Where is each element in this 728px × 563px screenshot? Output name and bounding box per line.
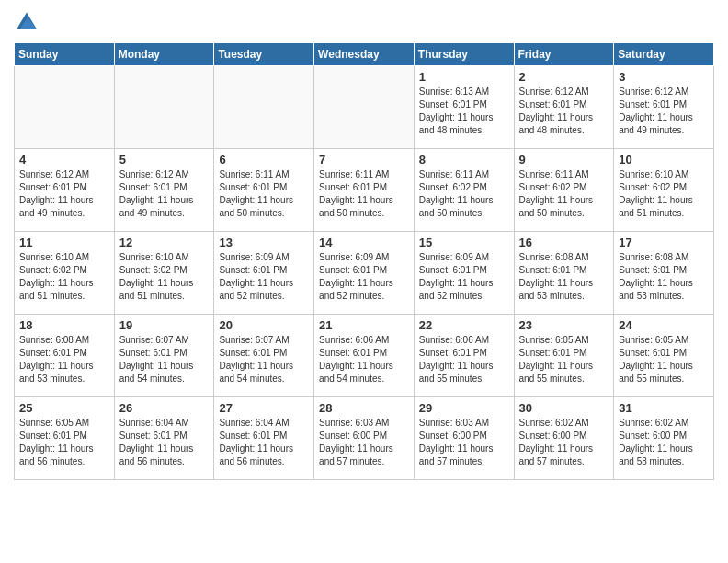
week-row-4: 18Sunrise: 6:08 AMSunset: 6:01 PMDayligh…	[15, 315, 714, 397]
day-info: Sunrise: 6:10 AMSunset: 6:02 PMDaylight:…	[619, 168, 709, 220]
calendar-table: SundayMondayTuesdayWednesdayThursdayFrid…	[14, 42, 714, 480]
calendar-cell: 23Sunrise: 6:05 AMSunset: 6:01 PMDayligh…	[514, 315, 614, 397]
day-number: 16	[519, 236, 609, 249]
day-info: Sunrise: 6:04 AMSunset: 6:01 PMDaylight:…	[119, 417, 210, 468]
day-number: 30	[519, 401, 609, 415]
calendar-cell: 21Sunrise: 6:06 AMSunset: 6:01 PMDayligh…	[314, 315, 415, 397]
day-number: 7	[319, 153, 409, 167]
day-info: Sunrise: 6:06 AMSunset: 6:01 PMDaylight:…	[319, 334, 409, 385]
logo	[14, 9, 40, 35]
calendar-cell: 10Sunrise: 6:10 AMSunset: 6:02 PMDayligh…	[614, 149, 714, 232]
day-info: Sunrise: 6:11 AMSunset: 6:01 PMDaylight:…	[319, 168, 409, 220]
calendar-cell: 5Sunrise: 6:12 AMSunset: 6:01 PMDaylight…	[114, 149, 214, 232]
day-number: 28	[319, 401, 409, 415]
calendar-cell: 28Sunrise: 6:03 AMSunset: 6:00 PMDayligh…	[314, 397, 415, 480]
calendar-cell: 22Sunrise: 6:06 AMSunset: 6:01 PMDayligh…	[414, 315, 514, 397]
calendar-cell	[314, 66, 415, 149]
day-number: 17	[619, 236, 709, 249]
day-number: 4	[19, 153, 109, 167]
calendar-cell: 15Sunrise: 6:09 AMSunset: 6:01 PMDayligh…	[414, 232, 514, 315]
day-info: Sunrise: 6:05 AMSunset: 6:01 PMDaylight:…	[19, 417, 109, 468]
calendar-cell: 30Sunrise: 6:02 AMSunset: 6:00 PMDayligh…	[514, 397, 614, 480]
day-info: Sunrise: 6:10 AMSunset: 6:02 PMDaylight:…	[19, 251, 109, 303]
calendar-cell: 13Sunrise: 6:09 AMSunset: 6:01 PMDayligh…	[214, 232, 314, 315]
calendar-cell: 29Sunrise: 6:03 AMSunset: 6:00 PMDayligh…	[414, 397, 514, 480]
calendar-header: SundayMondayTuesdayWednesdayThursdayFrid…	[15, 43, 714, 66]
day-info: Sunrise: 6:03 AMSunset: 6:00 PMDaylight:…	[319, 417, 409, 468]
calendar-cell: 11Sunrise: 6:10 AMSunset: 6:02 PMDayligh…	[15, 232, 115, 315]
day-info: Sunrise: 6:12 AMSunset: 6:01 PMDaylight:…	[619, 86, 709, 137]
day-number: 12	[119, 236, 210, 249]
day-number: 11	[19, 236, 109, 249]
day-header-saturday: Saturday	[614, 43, 714, 66]
calendar-cell: 19Sunrise: 6:07 AMSunset: 6:01 PMDayligh…	[114, 315, 214, 397]
calendar-cell: 18Sunrise: 6:08 AMSunset: 6:01 PMDayligh…	[15, 315, 115, 397]
day-info: Sunrise: 6:13 AMSunset: 6:01 PMDaylight:…	[419, 86, 509, 137]
day-headers-row: SundayMondayTuesdayWednesdayThursdayFrid…	[15, 43, 714, 66]
day-number: 27	[219, 401, 309, 415]
day-number: 14	[319, 236, 409, 249]
day-number: 23	[519, 318, 609, 332]
day-info: Sunrise: 6:04 AMSunset: 6:01 PMDaylight:…	[219, 417, 309, 468]
calendar-cell: 20Sunrise: 6:07 AMSunset: 6:01 PMDayligh…	[214, 315, 314, 397]
calendar-cell: 9Sunrise: 6:11 AMSunset: 6:02 PMDaylight…	[514, 149, 614, 232]
day-number: 1	[419, 70, 509, 84]
calendar-cell	[15, 66, 115, 149]
day-number: 6	[219, 153, 309, 167]
day-info: Sunrise: 6:09 AMSunset: 6:01 PMDaylight:…	[319, 251, 409, 303]
calendar-cell	[114, 66, 214, 149]
calendar-cell: 17Sunrise: 6:08 AMSunset: 6:01 PMDayligh…	[614, 232, 714, 315]
calendar-cell: 25Sunrise: 6:05 AMSunset: 6:01 PMDayligh…	[15, 397, 115, 480]
week-row-5: 25Sunrise: 6:05 AMSunset: 6:01 PMDayligh…	[15, 397, 714, 480]
day-info: Sunrise: 6:10 AMSunset: 6:02 PMDaylight:…	[119, 251, 210, 303]
day-info: Sunrise: 6:02 AMSunset: 6:00 PMDaylight:…	[519, 417, 609, 468]
day-header-friday: Friday	[514, 43, 614, 66]
day-number: 15	[419, 236, 509, 249]
day-number: 10	[619, 153, 709, 167]
day-number: 18	[19, 318, 109, 332]
day-number: 9	[519, 153, 609, 167]
day-number: 21	[319, 318, 409, 332]
day-header-sunday: Sunday	[15, 43, 115, 66]
day-info: Sunrise: 6:07 AMSunset: 6:01 PMDaylight:…	[119, 334, 210, 385]
calendar-body: 1Sunrise: 6:13 AMSunset: 6:01 PMDaylight…	[15, 66, 714, 480]
week-row-3: 11Sunrise: 6:10 AMSunset: 6:02 PMDayligh…	[15, 232, 714, 315]
calendar-cell: 31Sunrise: 6:02 AMSunset: 6:00 PMDayligh…	[614, 397, 714, 480]
page-header	[14, 9, 714, 35]
day-info: Sunrise: 6:08 AMSunset: 6:01 PMDaylight:…	[519, 251, 609, 303]
day-info: Sunrise: 6:03 AMSunset: 6:00 PMDaylight:…	[419, 417, 509, 468]
calendar-cell: 16Sunrise: 6:08 AMSunset: 6:01 PMDayligh…	[514, 232, 614, 315]
day-number: 29	[419, 401, 509, 415]
calendar-cell	[214, 66, 314, 149]
calendar-cell: 1Sunrise: 6:13 AMSunset: 6:01 PMDaylight…	[414, 66, 514, 149]
day-number: 8	[419, 153, 509, 167]
day-number: 5	[119, 153, 210, 167]
week-row-1: 1Sunrise: 6:13 AMSunset: 6:01 PMDaylight…	[15, 66, 714, 149]
day-number: 2	[519, 70, 609, 84]
day-number: 25	[19, 401, 109, 415]
day-number: 20	[219, 318, 309, 332]
calendar-cell: 24Sunrise: 6:05 AMSunset: 6:01 PMDayligh…	[614, 315, 714, 397]
calendar-cell: 2Sunrise: 6:12 AMSunset: 6:01 PMDaylight…	[514, 66, 614, 149]
calendar-cell: 12Sunrise: 6:10 AMSunset: 6:02 PMDayligh…	[114, 232, 214, 315]
day-info: Sunrise: 6:12 AMSunset: 6:01 PMDaylight:…	[519, 86, 609, 137]
day-header-wednesday: Wednesday	[314, 43, 415, 66]
day-info: Sunrise: 6:11 AMSunset: 6:02 PMDaylight:…	[419, 168, 509, 220]
day-number: 19	[119, 318, 210, 332]
day-info: Sunrise: 6:09 AMSunset: 6:01 PMDaylight:…	[419, 251, 509, 303]
week-row-2: 4Sunrise: 6:12 AMSunset: 6:01 PMDaylight…	[15, 149, 714, 232]
day-number: 31	[619, 401, 709, 415]
day-info: Sunrise: 6:08 AMSunset: 6:01 PMDaylight:…	[619, 251, 709, 303]
day-number: 22	[419, 318, 509, 332]
day-info: Sunrise: 6:07 AMSunset: 6:01 PMDaylight:…	[219, 334, 309, 385]
calendar-cell: 7Sunrise: 6:11 AMSunset: 6:01 PMDaylight…	[314, 149, 415, 232]
day-number: 26	[119, 401, 210, 415]
day-header-monday: Monday	[114, 43, 214, 66]
day-header-tuesday: Tuesday	[214, 43, 314, 66]
day-info: Sunrise: 6:05 AMSunset: 6:01 PMDaylight:…	[519, 334, 609, 385]
day-info: Sunrise: 6:11 AMSunset: 6:01 PMDaylight:…	[219, 168, 309, 220]
calendar-cell: 26Sunrise: 6:04 AMSunset: 6:01 PMDayligh…	[114, 397, 214, 480]
day-info: Sunrise: 6:11 AMSunset: 6:02 PMDaylight:…	[519, 168, 609, 220]
day-number: 3	[619, 70, 709, 84]
day-info: Sunrise: 6:05 AMSunset: 6:01 PMDaylight:…	[619, 334, 709, 385]
